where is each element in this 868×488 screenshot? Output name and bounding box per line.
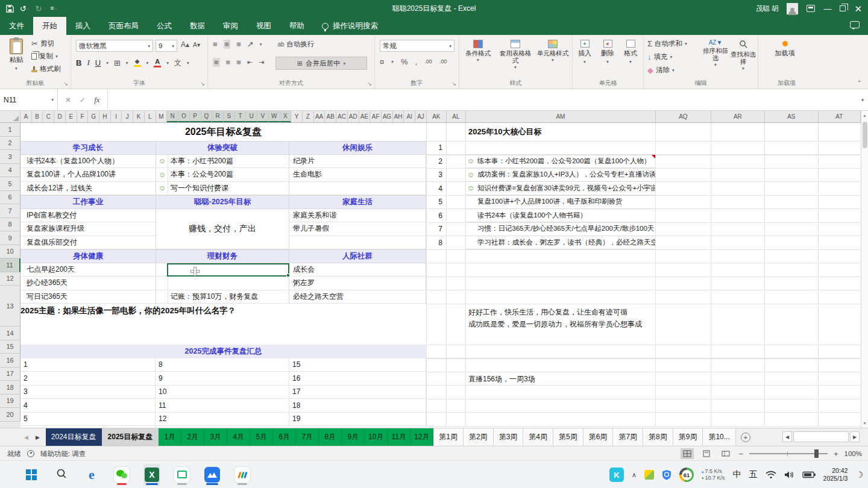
summary-number-cell[interactable]: 4 [20, 399, 156, 412]
summary-number-cell[interactable]: 8 [156, 358, 289, 372]
accounting-format-button[interactable]: ¤ [380, 58, 384, 66]
merged-goal-cell[interactable]: 赚钱，交付，产出 [156, 209, 289, 250]
column-header[interactable]: J [122, 111, 133, 122]
column-header[interactable]: I [111, 111, 122, 122]
sheet-canvas[interactable]: 2025年目标&复盘 学习成长 ☺读书24本（复盘100个人物）☺复盘100讲，… [20, 123, 861, 428]
core-goal-number-cell[interactable]: 2 [426, 155, 446, 169]
ribbon-display-options-icon[interactable] [807, 5, 815, 12]
summary-number-cell[interactable]: 19 [289, 413, 426, 426]
name-box[interactable]: N11▾ [0, 89, 58, 110]
insert-cells-button[interactable]: + 插入▾ [574, 40, 596, 64]
category-header[interactable]: 聪聪-2025年目标 [156, 195, 289, 209]
column-header[interactable]: AR [711, 111, 765, 122]
sheet-tab[interactable]: 1月 [159, 428, 181, 446]
core-goal-cell[interactable]: ☺复盘100讲+个人品牌100讲，电子版和印刷验货 [465, 195, 655, 209]
core-goal-number-cell[interactable]: 5 [426, 195, 446, 209]
orientation-button[interactable]: ↗ [247, 40, 254, 48]
row-header[interactable]: 15 [0, 340, 20, 354]
sheet-tab[interactable]: 2024目标复盘 [46, 428, 102, 446]
sheet-cell[interactable]: ☺记账：预算10万，财务复盘 [156, 290, 289, 304]
sheet-tab[interactable]: 3月 [204, 428, 227, 446]
ime-scheme-indicator[interactable]: 五 [749, 469, 758, 480]
row-header[interactable]: 12 [0, 272, 20, 286]
tray-expand-icon[interactable]: ∧ [632, 471, 637, 479]
summary-number-cell[interactable]: 9 [156, 372, 289, 385]
comments-icon[interactable] [850, 21, 860, 28]
category-header[interactable]: 人际社群 [289, 249, 426, 263]
dialog-launcher-icon[interactable]: ↘ [200, 81, 205, 87]
column-header[interactable]: H [99, 111, 111, 122]
new-sheet-button[interactable]: + [741, 428, 750, 446]
sheet-cell[interactable]: ☺IP创富私教交付 [20, 209, 156, 223]
sheet-cell[interactable]: ☺复盘100讲，个人品牌100讲 [20, 168, 156, 182]
sheet-cell[interactable]: ☺生命电影 [289, 168, 426, 182]
sheet-cell[interactable]: ☺写一个知识付费课 [156, 182, 289, 196]
ribbon-tab[interactable]: 审阅 [214, 17, 247, 35]
column-header[interactable]: AS [765, 111, 819, 122]
sheet-tab[interactable]: 2025目标复盘 [102, 428, 159, 446]
column-header[interactable]: E [66, 111, 77, 122]
scroll-left-icon[interactable]: ◀ [782, 431, 792, 442]
start-button[interactable] [23, 464, 40, 486]
summary-number-cell[interactable]: 18 [289, 399, 426, 412]
sort-filter-button[interactable]: AZ▼ 排序和筛选▾ [702, 40, 729, 68]
enter-icon[interactable]: ✓ [80, 96, 86, 104]
increase-indent-icon[interactable]: ⇥ [259, 59, 264, 66]
increase-decimal-button[interactable]: .00 [424, 59, 432, 64]
clock[interactable]: 20:42 2025/1/3 [823, 467, 848, 483]
excel-taskbar-button[interactable]: X [143, 464, 160, 486]
fill-button[interactable]: ↓填充▾ [647, 52, 687, 61]
ribbon-tab[interactable]: 开始 [33, 17, 66, 35]
wifi-icon[interactable] [766, 471, 776, 479]
vertical-scroll-thumb[interactable] [863, 122, 867, 148]
borders-button[interactable]: ⊞ [114, 59, 121, 67]
align-middle-icon[interactable]: ≡ [224, 40, 231, 49]
column-header[interactable]: AF [370, 111, 382, 122]
meeting-app-button[interactable] [204, 464, 221, 486]
dialog-launcher-icon[interactable]: ↘ [63, 81, 68, 87]
column-header[interactable]: AE [359, 111, 371, 122]
summary-number-cell[interactable]: 16 [289, 372, 426, 385]
sheet-cell[interactable]: ☺复盘家族课程升级 [20, 222, 156, 236]
decrease-indent-icon[interactable]: ⇤ [247, 59, 253, 66]
row-header[interactable]: 8 [0, 218, 20, 232]
sheet-tab[interactable]: 6月 [273, 428, 296, 446]
sheet-cell[interactable]: ☺必经之路天空营 [289, 290, 426, 304]
row-header[interactable]: 13 [0, 286, 20, 327]
sheet-tab[interactable]: 第9周 [673, 428, 703, 446]
sheet-tab[interactable]: 4月 [227, 428, 250, 446]
normal-view-button[interactable] [681, 448, 694, 459]
note-cell[interactable]: 直播156场，一周3场 [468, 374, 535, 384]
horizontal-scroll-track[interactable] [793, 431, 849, 442]
column-header[interactable]: AB [325, 111, 336, 122]
row-header[interactable]: 9 [0, 231, 20, 245]
summary-number-cell[interactable]: 2 [20, 372, 156, 385]
column-header[interactable]: AL [447, 111, 466, 122]
column-header[interactable]: T [235, 111, 247, 122]
column-header[interactable]: D [54, 111, 66, 122]
row-header[interactable]: 18 [0, 381, 20, 395]
sheet-tab[interactable]: 10月 [365, 428, 388, 446]
page-layout-view-button[interactable] [700, 448, 713, 459]
sheet-tab[interactable]: 第6周 [583, 428, 614, 446]
align-right-icon[interactable]: ≡ [236, 58, 241, 66]
optimizer-score-icon[interactable]: 61 [679, 468, 694, 482]
column-header[interactable]: W [269, 111, 280, 122]
decrease-decimal-button[interactable]: .00 [439, 59, 447, 64]
align-left-icon[interactable]: ≡ [213, 58, 220, 67]
minimize-button[interactable]: — [823, 5, 831, 13]
page-break-view-button[interactable] [719, 448, 732, 459]
column-header[interactable]: P [190, 111, 201, 122]
restore-button[interactable] [840, 5, 846, 11]
sheet-tab[interactable]: 5月 [250, 428, 273, 446]
italic-button[interactable]: I [87, 58, 89, 67]
row-header[interactable]: 11 [0, 258, 20, 272]
theme-question-cell[interactable]: 2025主题：如果生活像一部电影，你的2025年叫什么名字？ [20, 305, 236, 316]
sheet-tab[interactable]: 7月 [296, 428, 319, 446]
row-header[interactable]: 6 [0, 191, 20, 205]
core-goal-number-cell[interactable]: 6 [426, 209, 446, 223]
cut-button[interactable]: ✂剪切 [31, 39, 61, 48]
underline-button[interactable]: U [95, 58, 101, 67]
ribbon-tab[interactable]: 公式 [148, 17, 181, 35]
sheet-tab[interactable]: 第8周 [643, 428, 673, 446]
